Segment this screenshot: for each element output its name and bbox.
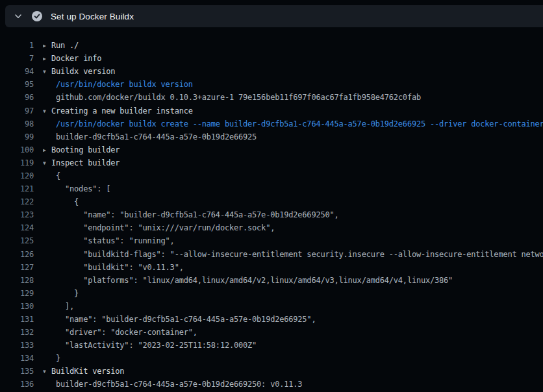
group-title: Docker info (51, 54, 101, 63)
line-number[interactable]: 135 (0, 367, 34, 376)
line-text: } (43, 354, 543, 363)
line-text: builder-d9cfb5a1-c764-445a-a57e-0b19d2e6… (43, 132, 543, 141)
chevron-down-icon: ▼ (43, 369, 49, 374)
log-line[interactable]: 97▼Creating a new builder instance (0, 104, 543, 117)
check-circle-icon (31, 10, 43, 22)
group-title: Buildx version (51, 67, 115, 76)
chevron-down-icon (13, 11, 23, 21)
line-number[interactable]: 127 (0, 263, 34, 272)
step-title: Set up Docker Buildx (51, 12, 134, 21)
chevron-down-icon: ▼ (43, 160, 49, 166)
line-text: { (43, 171, 543, 180)
chevron-down-icon: ▼ (43, 69, 49, 75)
line-number[interactable]: 119 (0, 158, 34, 167)
log-line: 124 "endpoint": "unix:///var/run/docker.… (0, 221, 543, 234)
line-number[interactable]: 95 (0, 80, 34, 89)
chevron-down-icon: ▼ (43, 108, 49, 114)
log-line[interactable]: 119▼Inspect builder (0, 156, 543, 169)
log-line: 136builder-d9cfb5a1-c764-445a-a57e-0b19d… (0, 378, 543, 391)
chevron-right-icon: ▶ (43, 43, 49, 49)
line-text: "nodes": [ (43, 184, 543, 193)
line-number[interactable]: 121 (0, 184, 34, 193)
chevron-right-icon: ▶ (43, 56, 49, 62)
log-line: 120{ (0, 169, 543, 182)
line-number[interactable]: 134 (0, 354, 34, 363)
log-line: 129 } (0, 287, 543, 300)
line-number[interactable]: 1 (0, 41, 34, 50)
line-number[interactable]: 7 (0, 54, 34, 63)
line-text: /usr/bin/docker buildx create --name bui… (43, 119, 543, 129)
line-number[interactable]: 130 (0, 302, 34, 311)
line-text: /usr/bin/docker buildx version (43, 80, 543, 89)
line-text: "name": "builder-d9cfb5a1-c764-445a-a57e… (43, 315, 543, 324)
log-line: 121 "nodes": [ (0, 182, 543, 195)
line-text: "platforms": "linux/amd64,linux/amd64/v2… (43, 276, 543, 285)
step-log-viewer: Set up Docker Buildx 1▶Run ./7▶Docker in… (0, 5, 543, 391)
line-number[interactable]: 122 (0, 197, 34, 206)
group-title: Creating a new builder instance (51, 106, 193, 116)
line-text: "lastActivity": "2023-02-25T11:58:12.000… (43, 341, 543, 350)
log-line[interactable]: 7▶Docker info (0, 52, 543, 65)
log-line: 127 "buildkit": "v0.11.3", (0, 261, 543, 274)
line-text: builder-d9cfb5a1-c764-445a-a57e-0b19d2e6… (43, 380, 543, 389)
log-line: 125 "status": "running", (0, 234, 543, 247)
line-number[interactable]: 120 (0, 171, 34, 180)
log-line: 131 "name": "builder-d9cfb5a1-c764-445a-… (0, 313, 543, 326)
log-line: 130 ], (0, 300, 543, 313)
line-text: github.com/docker/buildx 0.10.3+azure-1 … (43, 93, 543, 102)
log-line[interactable]: 135▼BuildKit version (0, 365, 543, 378)
line-number[interactable]: 131 (0, 315, 34, 324)
line-number[interactable]: 94 (0, 67, 34, 76)
line-text: "name": "builder-d9cfb5a1-c764-445a-a57e… (43, 210, 543, 219)
log-line: 99builder-d9cfb5a1-c764-445a-a57e-0b19d2… (0, 130, 543, 143)
line-number[interactable]: 97 (0, 106, 34, 116)
line-number[interactable]: 100 (0, 145, 34, 154)
log-line: 126 "buildkitd-flags": "--allow-insecure… (0, 248, 543, 261)
group-title: Booting builder (51, 145, 120, 154)
log-line[interactable]: 94▼Buildx version (0, 65, 543, 78)
line-text: "status": "running", (43, 236, 543, 245)
log-line: 96github.com/docker/buildx 0.10.3+azure-… (0, 91, 543, 104)
log-line[interactable]: 100▶Booting builder (0, 143, 543, 156)
line-number[interactable]: 128 (0, 276, 34, 285)
line-text: "buildkitd-flags": "--allow-insecure-ent… (43, 250, 543, 259)
group-title: Inspect builder (51, 158, 120, 167)
line-number[interactable]: 136 (0, 380, 34, 389)
group-title: BuildKit version (51, 367, 124, 376)
line-number[interactable]: 129 (0, 289, 34, 298)
line-text: "endpoint": "unix:///var/run/docker.sock… (43, 223, 543, 232)
line-text: { (43, 197, 543, 206)
line-number[interactable]: 124 (0, 223, 34, 232)
line-text: ], (43, 302, 543, 311)
chevron-right-icon: ▶ (43, 147, 49, 153)
log-line: 122 { (0, 195, 543, 208)
log-lines: 1▶Run ./7▶Docker info94▼Buildx version95… (0, 27, 543, 391)
line-number[interactable]: 133 (0, 341, 34, 350)
line-number[interactable]: 99 (0, 132, 34, 141)
log-line: 128 "platforms": "linux/amd64,linux/amd6… (0, 274, 543, 287)
step-header[interactable]: Set up Docker Buildx (5, 5, 543, 27)
line-number[interactable]: 132 (0, 328, 34, 337)
log-line: 95/usr/bin/docker buildx version (0, 78, 543, 91)
line-number[interactable]: 98 (0, 119, 34, 129)
line-text: "buildkit": "v0.11.3", (43, 263, 543, 272)
line-number[interactable]: 125 (0, 236, 34, 245)
line-number[interactable]: 123 (0, 210, 34, 219)
log-line: 123 "name": "builder-d9cfb5a1-c764-445a-… (0, 208, 543, 221)
log-line: 134} (0, 352, 543, 365)
line-text: "driver": "docker-container", (43, 328, 543, 337)
group-title: Run ./ (51, 41, 79, 50)
log-line: 98/usr/bin/docker buildx create --name b… (0, 117, 543, 130)
line-number[interactable]: 126 (0, 250, 34, 259)
log-line: 132 "driver": "docker-container", (0, 326, 543, 339)
log-line: 133 "lastActivity": "2023-02-25T11:58:12… (0, 339, 543, 352)
line-number[interactable]: 96 (0, 93, 34, 102)
log-line[interactable]: 1▶Run ./ (0, 39, 543, 52)
line-text: } (43, 289, 543, 298)
